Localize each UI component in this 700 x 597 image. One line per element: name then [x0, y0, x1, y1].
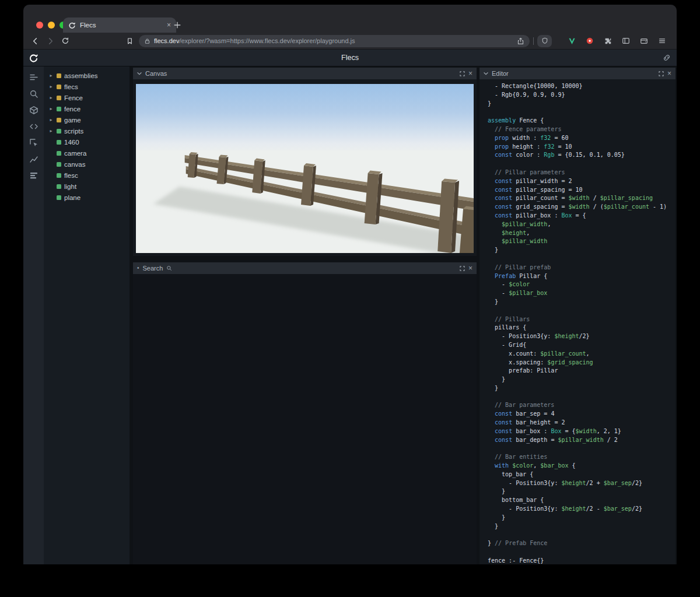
code-line: const color : Rgb = {0.15, 0.1, 0.05}: [488, 152, 676, 160]
tree-item-scripts[interactable]: ▸scripts: [44, 125, 130, 136]
editor-panel: Editor × - Rectangle{10000, 10000} - Rgb…: [480, 68, 676, 564]
close-icon[interactable]: ×: [468, 70, 473, 77]
code-line: const bar_depth = $pillar_width / 2: [488, 437, 676, 445]
close-icon[interactable]: ×: [667, 70, 671, 77]
tree-item-flesc[interactable]: flesc: [44, 170, 130, 181]
brave-v-extension-icon[interactable]: [566, 36, 577, 46]
code-line: [488, 160, 676, 169]
expand-arrow-icon[interactable]: ▸: [48, 84, 54, 89]
tree-item-1460[interactable]: 1460: [44, 136, 130, 148]
browser-window: Flecs × flecs.dev/explorer/?wasm=https:/…: [23, 5, 677, 564]
tab-title: Flecs: [80, 22, 163, 29]
code-line: - Rectangle{10000, 10000}: [488, 83, 676, 92]
inspect-icon[interactable]: [29, 138, 39, 148]
code-line: // Bar parameters: [488, 402, 676, 410]
forward-button[interactable]: [44, 35, 56, 47]
traffic-light[interactable]: [48, 22, 55, 29]
expand-arrow-icon[interactable]: ▸: [48, 106, 54, 111]
code-line: }: [488, 488, 676, 497]
entity-color-square: [57, 173, 61, 178]
back-button[interactable]: [29, 35, 41, 47]
code-line: }: [488, 376, 676, 385]
tree-item-game[interactable]: ▸game: [44, 114, 130, 125]
code-line: pillars {: [488, 324, 676, 333]
code-line: $height,: [488, 230, 676, 238]
code-line: prefab: Pillar: [488, 367, 676, 376]
tab-close-icon[interactable]: ×: [167, 22, 171, 29]
tree-item-canvas[interactable]: canvas: [44, 159, 130, 170]
tree-item-label: flesc: [64, 172, 78, 179]
flecs-logo-icon: [29, 53, 38, 63]
share-icon[interactable]: [517, 37, 524, 45]
outliner-icon[interactable]: [29, 72, 39, 83]
code-line: const grid_spacing = $width / ($pillar_c…: [488, 203, 676, 212]
chevron-down-icon[interactable]: [137, 71, 142, 76]
code-line: [488, 549, 676, 557]
browser-tab[interactable]: Flecs ×: [63, 17, 176, 33]
3d-viewport[interactable]: [136, 84, 474, 253]
code-line: }: [488, 514, 676, 523]
tree-item-Fence[interactable]: ▸Fence: [44, 92, 130, 103]
code-line: - Rgb{0.9, 0.9, 0.9}: [488, 92, 676, 100]
traffic-light[interactable]: [36, 22, 43, 29]
extensions-puzzle-icon[interactable]: [603, 36, 613, 46]
code-line: // Bar entities: [488, 454, 676, 462]
code-line: with $color, $bar_box {: [488, 462, 676, 471]
code-line: }: [488, 385, 676, 394]
expand-icon[interactable]: [460, 266, 465, 271]
tree-item-label: Fence: [64, 94, 83, 101]
entity-color-square: [57, 195, 61, 200]
code-line: const bar_box : Box = {$width, 2, 1}: [488, 428, 676, 437]
expand-arrow-icon[interactable]: ▸: [48, 128, 54, 134]
code-line: [488, 445, 676, 454]
code-line: }: [488, 298, 676, 307]
tree-item-label: canvas: [64, 161, 85, 168]
code-line: top_bar {: [488, 471, 676, 480]
code-line: [488, 531, 676, 540]
tool-sidebar: [23, 66, 44, 564]
tree-item-fence[interactable]: ▸fence: [44, 103, 130, 114]
entities-icon[interactable]: [29, 105, 39, 115]
menu-icon[interactable]: [657, 36, 667, 46]
code-line: } // Prefab Fence: [488, 540, 676, 549]
tree-item-plane[interactable]: plane: [44, 192, 130, 203]
code-line: fence :- Fence{}: [488, 557, 676, 564]
reload-button[interactable]: [60, 35, 71, 47]
code-line: const pillar_spacing = 10: [488, 187, 676, 195]
expand-arrow-icon[interactable]: ▸: [48, 73, 54, 78]
new-tab-button[interactable]: [172, 19, 183, 31]
expand-icon[interactable]: [659, 71, 664, 76]
canvas-panel-title: Canvas: [145, 70, 167, 77]
code-icon[interactable]: [29, 121, 39, 132]
share-link-icon[interactable]: [663, 54, 671, 62]
tree-item-assemblies[interactable]: ▸assemblies: [44, 70, 130, 81]
tree-item-camera[interactable]: camera: [44, 148, 130, 159]
wallet-icon[interactable]: [639, 36, 649, 46]
bookmark-icon[interactable]: [124, 35, 135, 47]
chart-icon[interactable]: [29, 154, 39, 164]
expand-arrow-icon[interactable]: ▸: [48, 117, 54, 122]
entity-color-square: [57, 184, 61, 189]
panel-dot-icon[interactable]: •: [137, 265, 139, 271]
entity-color-square: [57, 96, 61, 100]
red-extension-icon[interactable]: [584, 36, 595, 46]
code-line: $pillar_width,: [488, 221, 676, 230]
tree-item-label: game: [64, 117, 81, 124]
chevron-down-icon[interactable]: [484, 71, 488, 76]
sidebar-toggle-icon[interactable]: [621, 36, 631, 46]
code-line: $pillar_width: [488, 238, 676, 247]
code-line: [488, 255, 676, 264]
close-icon[interactable]: ×: [468, 265, 473, 272]
url-bar[interactable]: flecs.dev/explorer/?wasm=https://www.fle…: [139, 35, 530, 47]
tree-item-light[interactable]: light: [44, 181, 130, 192]
search-panel: • Search ×: [133, 262, 477, 564]
code-editor[interactable]: - Rectangle{10000, 10000} - Rgb{0.9, 0.9…: [480, 79, 676, 564]
entity-color-square: [57, 140, 61, 145]
rows-icon[interactable]: [29, 170, 39, 181]
brave-shield-icon[interactable]: [537, 35, 552, 47]
expand-arrow-icon[interactable]: ▸: [48, 95, 54, 100]
expand-icon[interactable]: [460, 71, 465, 76]
search-icon[interactable]: [29, 89, 39, 99]
tree-item-flecs[interactable]: ▸flecs: [44, 81, 130, 92]
code-line: // Pillar parameters: [488, 169, 676, 178]
